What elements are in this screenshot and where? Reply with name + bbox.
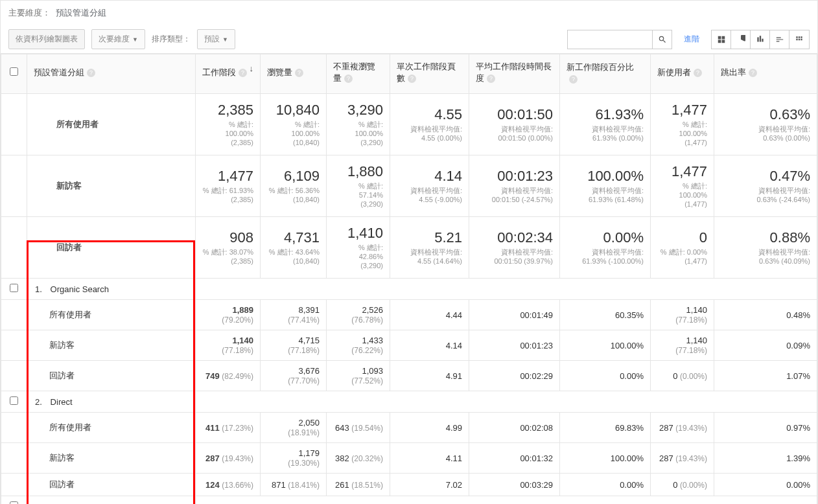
segment-name: 所有使用者 bbox=[27, 94, 196, 155]
segment-name: 新訪客 bbox=[27, 443, 196, 474]
unique-pv-cell: 3,290% 總計:100.00%(3,290) bbox=[327, 94, 390, 155]
sessions-cell: 287 (19.43%) bbox=[196, 443, 261, 474]
row-checkbox[interactable] bbox=[10, 396, 18, 405]
summary-row: 回訪者908% 總計: 38.07%(2,385)4,731% 總計: 43.6… bbox=[1, 217, 817, 279]
sort-type-value: 預設 bbox=[204, 34, 220, 45]
bounce-cell: 1.07% bbox=[714, 361, 817, 391]
row-checkbox[interactable] bbox=[10, 284, 18, 292]
help-icon[interactable]: ? bbox=[749, 69, 757, 77]
pivot-view-icon[interactable] bbox=[789, 30, 809, 49]
duration-cell: 00:02:29 bbox=[469, 361, 560, 391]
help-icon[interactable]: ? bbox=[344, 74, 353, 83]
col-sessions[interactable]: 工作階段?↓ bbox=[196, 54, 261, 94]
sessions-cell: 124 (13.66%) bbox=[196, 474, 261, 496]
unique-pv-cell: 261 (18.51%) bbox=[327, 474, 390, 496]
sessions-cell: 1,889 (79.20%) bbox=[196, 300, 261, 330]
secondary-dimension-button[interactable]: 次要維度 ▼ bbox=[91, 29, 145, 49]
plot-rows-button[interactable]: 依資料列繪製圖表 bbox=[8, 29, 85, 49]
new-users-cell: 0% 總計: 0.00%(1,477) bbox=[651, 217, 714, 279]
select-all-checkbox[interactable] bbox=[10, 67, 18, 76]
col-pages-per-session[interactable]: 單次工作階段頁數? bbox=[390, 54, 469, 94]
sort-type-label: 排序類型： bbox=[152, 34, 191, 45]
channel-name[interactable]: 1. Organic Search bbox=[27, 279, 196, 300]
new-session-pct-cell: 100.00% bbox=[560, 330, 651, 361]
table-view-icon[interactable] bbox=[712, 30, 731, 49]
row-checkbox-cell[interactable] bbox=[1, 391, 27, 413]
sessions-cell: 2,385% 總計:100.00%(2,385) bbox=[196, 94, 261, 155]
pps-cell: 7.02 bbox=[390, 474, 469, 496]
search-button[interactable] bbox=[652, 30, 672, 49]
segment-name: 新訪客 bbox=[27, 155, 196, 217]
select-all-header[interactable] bbox=[1, 54, 27, 94]
row-checkbox[interactable] bbox=[10, 501, 18, 504]
duration-cell: 00:01:49 bbox=[469, 300, 560, 330]
bounce-cell: 1.39% bbox=[714, 443, 817, 474]
col-new-users[interactable]: 新使用者? bbox=[651, 54, 714, 94]
help-icon[interactable]: ? bbox=[569, 75, 578, 84]
channel-group-row: 3. Referral bbox=[1, 496, 817, 505]
segment-row: 新訪客1,140 (77.18%)4,715 (77.18%)1,433 (76… bbox=[1, 330, 817, 361]
unique-pv-cell: 1,093 (77.52%) bbox=[327, 361, 390, 391]
sessions-cell: 908% 總計: 38.07%(2,385) bbox=[196, 217, 261, 279]
pps-cell: 4.14 bbox=[390, 330, 469, 361]
col-new-session-pct[interactable]: 新工作階段百分比? bbox=[560, 54, 651, 94]
duration-cell: 00:01:50資料檢視平均值:00:01:50 (0.00%) bbox=[469, 94, 560, 155]
help-icon[interactable]: ? bbox=[295, 69, 303, 77]
col-channel[interactable]: 預設管道分組? bbox=[27, 54, 196, 94]
bar-view-icon[interactable] bbox=[751, 30, 770, 49]
primary-dimension-value[interactable]: 預設管道分組 bbox=[56, 7, 106, 19]
new-session-pct-cell: 61.93%資料檢視平均值:61.93% (0.00%) bbox=[560, 94, 651, 155]
row-checkbox-cell[interactable] bbox=[1, 279, 27, 300]
col-pageviews[interactable]: 瀏覽量? bbox=[261, 54, 327, 94]
col-avg-duration[interactable]: 平均工作階段時間長度? bbox=[469, 54, 560, 94]
segment-row: 所有使用者1,889 (79.20%)8,391 (77.41%)2,526 (… bbox=[1, 300, 817, 330]
help-icon[interactable]: ? bbox=[239, 69, 247, 77]
bounce-cell: 0.63%資料檢視平均值:0.63% (0.00%) bbox=[714, 94, 817, 155]
pageviews-cell: 8,391 (77.41%) bbox=[261, 300, 327, 330]
channel-name[interactable]: 3. Referral bbox=[27, 496, 196, 505]
pageviews-cell: 4,731% 總計: 43.64%(10,840) bbox=[261, 217, 327, 279]
new-session-pct-cell: 0.00%資料檢視平均值:61.93% (-100.00%) bbox=[560, 217, 651, 279]
bounce-cell: 0.48% bbox=[714, 300, 817, 330]
new-session-pct-cell: 69.83% bbox=[560, 413, 651, 443]
channel-group-row: 1. Organic Search bbox=[1, 279, 817, 300]
bounce-cell: 0.47%資料檢視平均值:0.63% (-24.64%) bbox=[714, 155, 817, 217]
new-session-pct-cell: 60.35% bbox=[560, 300, 651, 330]
unique-pv-cell: 2,526 (76.78%) bbox=[327, 300, 390, 330]
pageviews-cell: 4,715 (77.18%) bbox=[261, 330, 327, 361]
duration-cell: 00:01:23資料檢視平均值:00:01:50 (-24.57%) bbox=[469, 155, 560, 217]
new-users-cell: 0 (0.00%) bbox=[651, 474, 714, 496]
help-icon[interactable]: ? bbox=[487, 74, 495, 83]
unique-pv-cell: 1,410% 總計: 42.86%(3,290) bbox=[327, 217, 390, 279]
summary-row: 新訪客1,477% 總計: 61.93%(2,385)6,109% 總計: 56… bbox=[1, 155, 817, 217]
row-checkbox-cell[interactable] bbox=[1, 496, 27, 505]
sessions-cell: 1,140 (77.18%) bbox=[196, 330, 261, 361]
view-icons bbox=[711, 30, 810, 49]
pageviews-cell: 871 (18.41%) bbox=[261, 474, 327, 496]
advanced-link[interactable]: 進階 bbox=[679, 34, 705, 45]
search-input[interactable] bbox=[568, 32, 652, 47]
pie-view-icon[interactable] bbox=[731, 30, 751, 49]
duration-cell: 00:01:32 bbox=[469, 443, 560, 474]
pps-cell: 4.99 bbox=[390, 413, 469, 443]
new-users-cell: 287 (19.43%) bbox=[651, 413, 714, 443]
new-session-pct-cell: 0.00% bbox=[560, 361, 651, 391]
pps-cell: 5.21資料檢視平均值:4.55 (14.64%) bbox=[390, 217, 469, 279]
segment-name: 回訪者 bbox=[27, 474, 196, 496]
duration-cell: 00:02:08 bbox=[469, 413, 560, 443]
help-icon[interactable]: ? bbox=[87, 69, 95, 77]
bounce-cell: 0.88%資料檢視平均值:0.63% (40.09%) bbox=[714, 217, 817, 279]
sort-type-button[interactable]: 預設 ▼ bbox=[197, 29, 235, 49]
comparison-view-icon[interactable] bbox=[770, 30, 789, 49]
channel-name[interactable]: 2. Direct bbox=[27, 391, 196, 413]
duration-cell: 00:03:29 bbox=[469, 474, 560, 496]
chevron-down-icon: ▼ bbox=[132, 36, 138, 43]
help-icon[interactable]: ? bbox=[408, 74, 416, 83]
col-unique-pv[interactable]: 不重複瀏覽量? bbox=[327, 54, 390, 94]
help-icon[interactable]: ? bbox=[694, 69, 702, 77]
chevron-down-icon: ▼ bbox=[222, 36, 228, 43]
segment-row: 回訪者124 (13.66%)871 (18.41%)261 (18.51%)7… bbox=[1, 474, 817, 496]
segment-name: 回訪者 bbox=[27, 361, 196, 391]
col-bounce[interactable]: 跳出率? bbox=[714, 54, 817, 94]
search-box bbox=[567, 30, 672, 49]
